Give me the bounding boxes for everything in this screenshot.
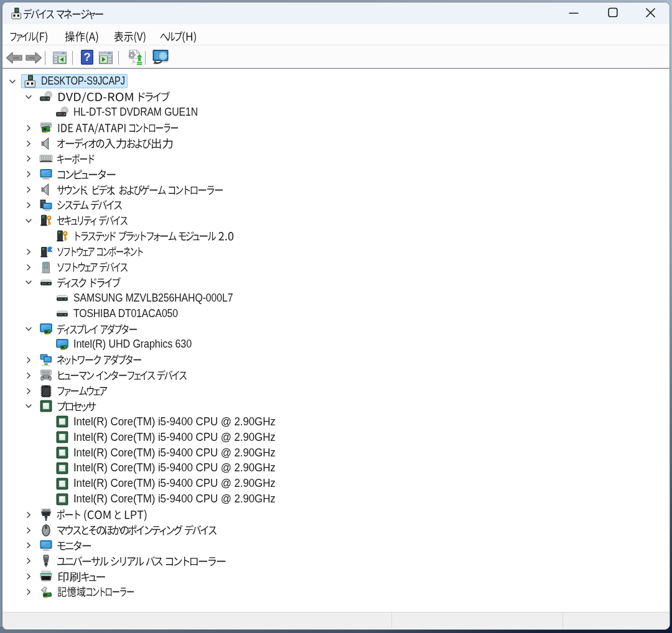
svg-text:?: ? [83, 50, 91, 63]
